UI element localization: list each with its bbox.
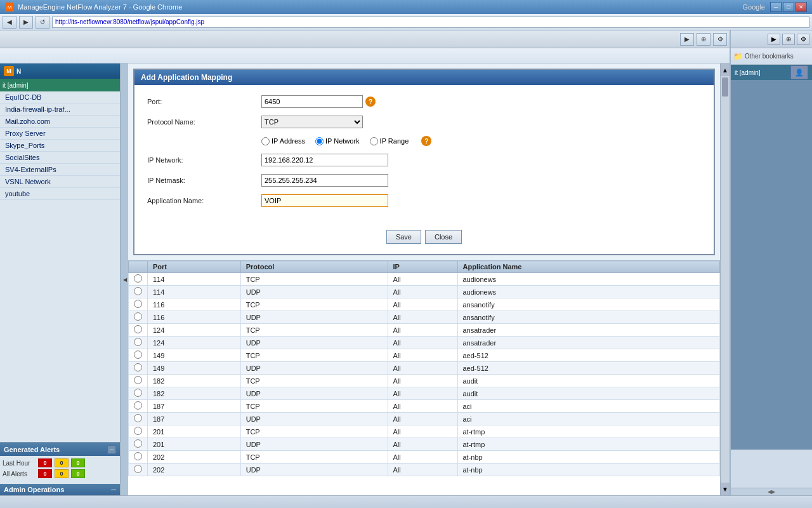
row-protocol: TCP	[240, 425, 388, 438]
radio-ip-range-label: IP Range	[380, 137, 409, 145]
collapse-admin-button[interactable]: ─	[111, 486, 116, 493]
row-radio-cell[interactable]	[129, 298, 148, 311]
row-radio-input[interactable]	[134, 389, 142, 397]
row-radio-input[interactable]	[134, 300, 142, 308]
last-hour-badge-green[interactable]: 0	[71, 458, 85, 467]
row-radio-cell[interactable]	[129, 400, 148, 413]
protocol-select[interactable]: TCP UDP ICMP	[261, 116, 363, 128]
address-bar[interactable]	[52, 17, 809, 28]
iptype-help-icon[interactable]: ?	[421, 136, 431, 146]
right-scrollbar[interactable]: ▲ ▼	[720, 64, 730, 495]
row-radio-input[interactable]	[134, 312, 142, 321]
all-alerts-badge-red[interactable]: 0	[38, 469, 52, 478]
outer-toolbar-btn-2[interactable]: ⊕	[782, 34, 795, 45]
app-name-input[interactable]	[261, 194, 388, 207]
all-alerts-row: All Alerts 0 0 0	[3, 469, 117, 478]
row-radio-input[interactable]	[134, 351, 142, 359]
toolbar-button-2[interactable]: ⊕	[697, 33, 710, 46]
all-alerts-badge-green[interactable]: 0	[71, 469, 85, 478]
bookmarks-label[interactable]: 📁 Other bookmarks	[733, 52, 794, 61]
close-button-dialog[interactable]: Close	[425, 230, 462, 244]
row-radio-input[interactable]	[134, 427, 142, 435]
row-radio-input[interactable]	[134, 274, 142, 283]
outer-toolbar-btn-1[interactable]: ▶	[768, 34, 780, 45]
row-radio-input[interactable]	[134, 363, 142, 371]
sidebar-item-india[interactable]: India-firewall-ip-traf...	[0, 104, 120, 116]
row-radio-cell[interactable]	[129, 337, 148, 349]
row-radio-input[interactable]	[134, 414, 142, 422]
forward-button[interactable]: ▶	[19, 16, 33, 29]
row-radio-input[interactable]	[134, 452, 142, 460]
app-icon: M	[5, 3, 14, 11]
outer-toolbar-btn-3[interactable]: ⚙	[797, 34, 809, 45]
radio-ip-network-input[interactable]	[315, 137, 324, 145]
row-ip: All	[388, 337, 457, 349]
scroll-down-button[interactable]: ▼	[721, 483, 730, 495]
row-radio-cell[interactable]	[129, 425, 148, 438]
radio-ip-range-input[interactable]	[370, 137, 378, 145]
row-radio-cell[interactable]	[129, 413, 148, 425]
close-button[interactable]: ✕	[796, 2, 807, 12]
row-radio-cell[interactable]	[129, 438, 148, 451]
sidebar-item-skype[interactable]: Skype_Ports	[0, 140, 120, 152]
row-radio-cell[interactable]	[129, 349, 148, 362]
row-ip: All	[388, 387, 457, 400]
collapse-alerts-button[interactable]: ─	[107, 445, 116, 454]
other-bookmarks-label: Other bookmarks	[745, 53, 794, 60]
radio-ip-address-input[interactable]	[261, 137, 270, 145]
last-hour-badge-red[interactable]: 0	[38, 458, 52, 467]
row-radio-cell[interactable]	[129, 286, 148, 298]
scroll-thumb[interactable]	[722, 77, 728, 97]
row-radio-input[interactable]	[134, 401, 142, 410]
radio-ip-range[interactable]: IP Range	[370, 137, 409, 145]
all-alerts-badge-yellow[interactable]: 0	[55, 469, 69, 478]
maximize-button[interactable]: □	[783, 2, 794, 12]
sidebar-toggle[interactable]: ◀	[121, 64, 128, 495]
toolbar-button-3[interactable]: ⚙	[713, 33, 727, 46]
sidebar-item-mail[interactable]: Mail.zoho.com	[0, 116, 120, 128]
row-radio-input[interactable]	[134, 287, 142, 295]
ip-netmask-input[interactable]	[261, 174, 388, 187]
table-row: 116 TCP All ansanotify	[129, 298, 720, 311]
admin-avatar[interactable]: 👤	[790, 65, 808, 79]
save-button[interactable]: Save	[386, 230, 421, 244]
radio-ip-network[interactable]: IP Network	[315, 137, 360, 145]
row-radio-cell[interactable]	[129, 375, 148, 387]
row-radio-input[interactable]	[134, 325, 142, 333]
outer-right-panel: ▶ ⊕ ⚙ 📁 Other bookmarks it [admin] 👤	[730, 30, 812, 495]
row-radio-input[interactable]	[134, 465, 142, 473]
row-radio-input[interactable]	[134, 376, 142, 384]
row-radio-input[interactable]	[134, 338, 142, 346]
sidebar-item-youtube[interactable]: youtube	[0, 188, 120, 200]
row-port: 201	[148, 438, 241, 451]
sidebar-item-sv4[interactable]: SV4-ExternalIPs	[0, 164, 120, 176]
row-radio-input[interactable]	[134, 439, 142, 448]
port-input[interactable]	[261, 95, 363, 108]
sidebar-item-social[interactable]: SocialSites	[0, 152, 120, 164]
sidebar-nav-list: EquIDC-DB India-firewall-ip-traf... Mail…	[0, 91, 120, 442]
row-radio-cell[interactable]	[129, 311, 148, 324]
minimize-button[interactable]: ─	[770, 2, 782, 12]
row-appname: aed-512	[457, 349, 720, 362]
outer-right-scrollbar[interactable]: ◀▶	[731, 488, 812, 495]
row-protocol: UDP	[240, 311, 388, 324]
row-ip: All	[388, 413, 457, 425]
row-radio-cell[interactable]	[129, 387, 148, 400]
refresh-button[interactable]: ↺	[36, 16, 49, 29]
row-radio-cell[interactable]	[129, 324, 148, 337]
port-help-icon[interactable]: ?	[365, 97, 376, 107]
row-radio-cell[interactable]	[129, 273, 148, 286]
row-radio-cell[interactable]	[129, 464, 148, 476]
sidebar-item-equidc[interactable]: EquIDC-DB	[0, 91, 120, 104]
ip-network-input[interactable]	[261, 154, 388, 166]
row-radio-cell[interactable]	[129, 451, 148, 464]
last-hour-badge-yellow[interactable]: 0	[55, 458, 69, 467]
row-radio-cell[interactable]	[129, 362, 148, 375]
radio-ip-address[interactable]: IP Address	[261, 137, 305, 145]
sidebar-item-vsnl[interactable]: VSNL Network	[0, 176, 120, 188]
back-button[interactable]: ◀	[3, 16, 16, 29]
main-panel: Add Application Mapping Port: ?	[128, 64, 720, 495]
scroll-up-button[interactable]: ▲	[721, 64, 730, 76]
sidebar-item-proxy[interactable]: Proxy Server	[0, 128, 120, 140]
toolbar-button-1[interactable]: ▶	[680, 33, 694, 46]
